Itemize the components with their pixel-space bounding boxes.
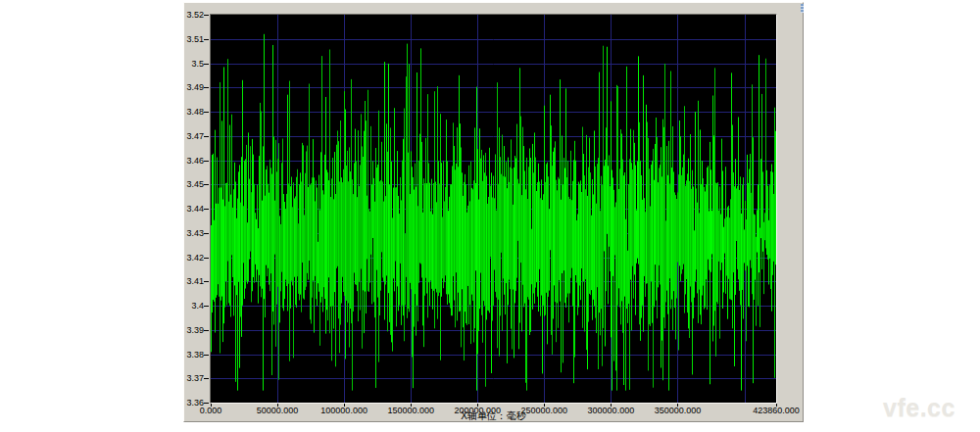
y-tick-dash — [204, 64, 209, 65]
y-tick-label: 3.41 — [184, 277, 204, 286]
x-axis-unit-label: X轴单位：毫秒 — [211, 411, 776, 421]
y-tick-label: 3.4 — [184, 302, 204, 311]
y-tick-label: 3.52 — [184, 11, 204, 20]
page: { "watermark": { "text": "vfe.cc" }, "ch… — [0, 0, 980, 432]
y-tick-label: 3.47 — [184, 131, 204, 140]
y-tick-dash — [204, 136, 209, 137]
y-tick-dash — [204, 330, 209, 331]
y-tick-label: 3.49 — [184, 83, 204, 92]
y-tick-dash — [204, 233, 209, 234]
y-tick-dash — [204, 39, 209, 40]
y-tick-label: 3.46 — [184, 156, 204, 165]
y-tick-dash — [204, 15, 209, 16]
watermark: vfe.cc — [883, 394, 956, 422]
y-tick-label: 3.48 — [184, 108, 204, 117]
y-tick-label: 3.5 — [184, 59, 204, 68]
y-tick-label: 3.51 — [184, 34, 204, 43]
y-tick-dash — [204, 184, 209, 185]
y-tick-label: 3.42 — [184, 253, 204, 262]
scrollbar-fragment[interactable] — [801, 4, 804, 13]
y-tick-label: 3.43 — [184, 228, 204, 237]
y-tick-dash — [204, 378, 209, 379]
chart-panel: 3.523.513.53.493.483.473.463.453.443.433… — [183, 2, 804, 422]
y-tick-dash — [204, 161, 209, 162]
y-tick-label: 3.37 — [184, 374, 204, 383]
y-tick-dash — [204, 112, 209, 113]
y-tick-dash — [204, 281, 209, 282]
y-tick-dash — [204, 355, 209, 356]
waveform-canvas[interactable] — [211, 15, 776, 403]
y-tick-label: 3.38 — [184, 350, 204, 359]
y-tick-dash — [204, 209, 209, 210]
y-tick-label: 3.45 — [184, 180, 204, 189]
y-tick-dash — [204, 306, 209, 307]
y-tick-label: 3.39 — [184, 325, 204, 334]
y-tick-dash — [204, 258, 209, 259]
y-tick-dash — [204, 87, 209, 88]
y-tick-label: 3.44 — [184, 205, 204, 214]
plot-area — [210, 14, 777, 404]
y-tick-dash — [204, 403, 209, 404]
